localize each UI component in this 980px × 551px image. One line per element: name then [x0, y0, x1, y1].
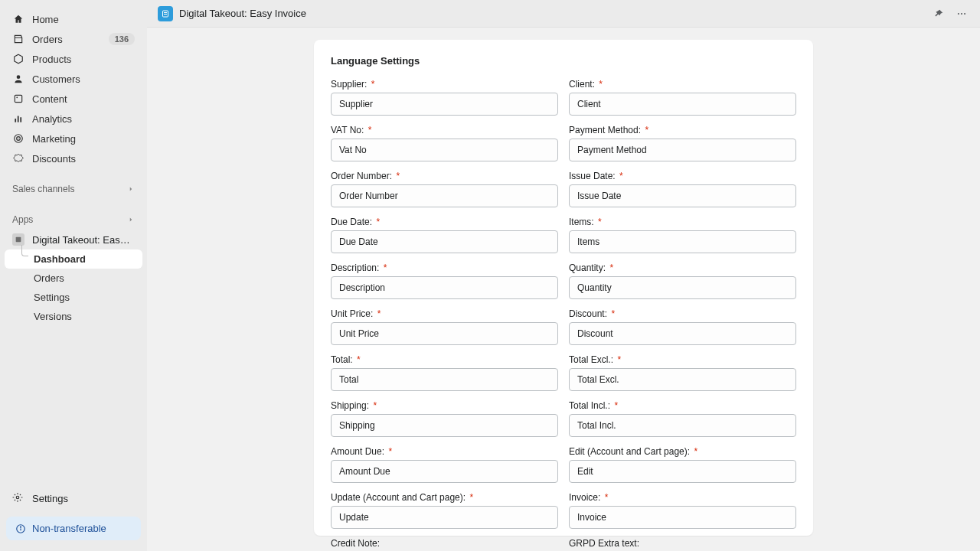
field-items: Items: * — [569, 217, 796, 253]
sub-orders[interactable]: Orders — [5, 269, 142, 288]
svg-rect-3 — [15, 119, 16, 122]
app-icon — [12, 233, 24, 246]
quantity-input[interactable] — [569, 276, 796, 299]
svg-rect-5 — [20, 117, 21, 122]
supplier-input[interactable] — [331, 93, 558, 116]
svg-rect-1 — [15, 95, 21, 102]
field-unitprice: Unit Price: * — [331, 308, 558, 345]
orders-badge: 136 — [109, 33, 135, 45]
nav-settings[interactable]: Settings — [5, 487, 142, 509]
pin-button[interactable] — [931, 6, 946, 21]
nav-customers[interactable]: Customers — [5, 69, 142, 89]
chevron-right-icon — [127, 185, 135, 193]
orders-icon — [12, 33, 24, 45]
vatno-input[interactable] — [331, 139, 558, 161]
app-badge-icon — [158, 6, 173, 21]
items-input[interactable] — [569, 230, 796, 253]
nav-label: Analytics — [32, 113, 72, 125]
sub-dashboard[interactable]: Dashboard — [5, 249, 142, 269]
field-amountdue: Amount Due: * — [331, 446, 558, 483]
field-edit: Edit (Account and Cart page): * — [569, 446, 796, 483]
chevron-right-icon — [127, 216, 135, 223]
nav-label: Products — [32, 54, 71, 65]
field-ordernum: Order Number: * — [331, 171, 558, 207]
svg-rect-9 — [16, 237, 21, 243]
field-payment: Payment Method: * — [569, 125, 796, 161]
info-icon — [15, 523, 26, 534]
update-input[interactable] — [331, 506, 558, 529]
edit-input[interactable] — [569, 460, 796, 483]
sales-channels-header[interactable]: Sales channels — [5, 179, 142, 199]
nav-label: Orders — [32, 34, 63, 45]
nav-content[interactable]: Content — [5, 89, 142, 109]
analytics-icon — [12, 112, 24, 125]
content-area: Language Settings Supplier: * Client: * … — [147, 28, 980, 551]
field-grpd: GRPD Extra text: — [569, 538, 796, 551]
svg-point-8 — [18, 138, 18, 139]
payment-input[interactable] — [569, 139, 796, 161]
products-icon — [12, 53, 24, 65]
nav-analytics[interactable]: Analytics — [5, 109, 142, 129]
nav-marketing[interactable]: Marketing — [5, 129, 142, 148]
language-settings-card: Language Settings Supplier: * Client: * … — [314, 40, 813, 536]
totalexcl-input[interactable] — [569, 368, 796, 391]
total-input[interactable] — [331, 368, 558, 391]
sub-settings[interactable]: Settings — [5, 288, 142, 307]
field-vatno: VAT No: * — [331, 125, 558, 161]
discount-input[interactable] — [569, 322, 796, 345]
ordernum-input[interactable] — [331, 184, 558, 207]
field-totalexcl: Total Excl.: * — [569, 354, 796, 391]
apps-header[interactable]: Apps — [5, 210, 142, 230]
page-title: Digital Takeout: Easy Invoice — [179, 8, 306, 19]
nav-discounts[interactable]: Discounts — [5, 148, 142, 168]
description-input[interactable] — [331, 276, 558, 299]
field-total: Total: * — [331, 354, 558, 391]
nav-orders[interactable]: Orders 136 — [5, 29, 142, 49]
nav-label: Home — [32, 14, 59, 25]
customers-icon — [12, 73, 24, 85]
section-label: Sales channels — [12, 184, 74, 194]
field-update: Update (Account and Cart page): * — [331, 492, 558, 529]
sub-versions[interactable]: Versions — [5, 307, 142, 326]
field-supplier: Supplier: * — [331, 79, 558, 116]
nav-home[interactable]: Home — [5, 9, 142, 29]
svg-point-13 — [21, 527, 21, 527]
content-icon — [12, 93, 24, 105]
svg-rect-4 — [18, 116, 19, 122]
nav-label: Content — [32, 93, 67, 105]
badge-label: Non-transferable — [32, 523, 106, 534]
nav-label: Discounts — [32, 153, 76, 165]
svg-point-10 — [16, 496, 19, 499]
issuedate-input[interactable] — [569, 184, 796, 207]
duedate-input[interactable] — [331, 230, 558, 253]
settings-label: Settings — [32, 493, 68, 504]
totalincl-input[interactable] — [569, 414, 796, 437]
unitprice-input[interactable] — [331, 322, 558, 345]
more-button[interactable] — [954, 6, 969, 21]
nav-label: Customers — [32, 73, 80, 85]
card-title: Language Settings — [331, 55, 796, 67]
marketing-icon — [12, 132, 24, 145]
shipping-input[interactable] — [331, 414, 558, 437]
svg-point-17 — [958, 12, 959, 14]
client-input[interactable] — [569, 93, 796, 116]
nav-products[interactable]: Products — [5, 49, 142, 69]
svg-point-2 — [16, 96, 18, 98]
field-issuedate: Issue Date: * — [569, 171, 796, 207]
invoice-input[interactable] — [569, 506, 796, 529]
sidebar: Home Orders 136 Products Customers Conte… — [0, 0, 147, 551]
section-label: Apps — [12, 214, 33, 225]
field-creditnote: Credit Note: — [331, 538, 558, 551]
home-icon — [12, 13, 24, 25]
gear-icon — [12, 492, 24, 504]
field-duedate: Due Date: * — [331, 217, 558, 253]
nontransferable-badge[interactable]: Non-transferable — [6, 517, 141, 540]
svg-point-18 — [961, 12, 962, 14]
amountdue-input[interactable] — [331, 460, 558, 483]
app-label: Digital Takeout: Easy Invoi... — [32, 234, 135, 246]
field-quantity: Quantity: * — [569, 262, 796, 299]
fields-grid: Supplier: * Client: * VAT No: * Payment … — [331, 79, 796, 551]
field-totalincl: Total Incl.: * — [569, 400, 796, 437]
field-discount: Discount: * — [569, 308, 796, 345]
main: Digital Takeout: Easy Invoice Language S… — [147, 0, 980, 551]
